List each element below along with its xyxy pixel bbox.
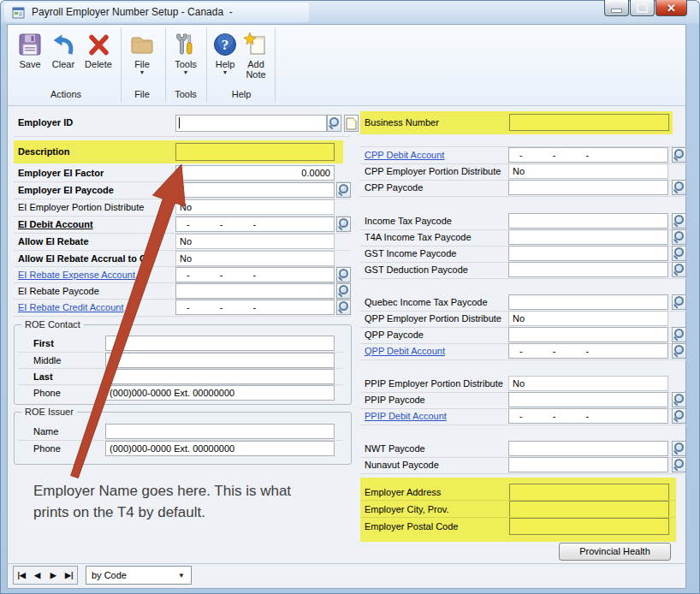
rebate-expense-lookup-button[interactable] [336, 267, 351, 282]
qpp-debit-account-link[interactable]: QPP Debit Account [365, 343, 445, 359]
employer-id-field[interactable] [175, 115, 327, 132]
cpp-paycode-field[interactable] [508, 180, 668, 195]
employer-address-field[interactable] [509, 484, 669, 501]
delete-button[interactable]: Delete [79, 32, 118, 69]
add-note-button[interactable]: AddNote [236, 32, 276, 80]
gst-deduction-lookup-button[interactable] [672, 262, 686, 277]
first-record-button[interactable]: |◀ [14, 567, 30, 584]
ppip-paycode-field[interactable] [508, 392, 668, 407]
qpp-debit-account-field[interactable]: - - - [508, 343, 668, 359]
qpp-portion-field[interactable]: No [508, 311, 668, 326]
roe-last-field[interactable] [105, 369, 335, 384]
cpp-debit-account-field[interactable]: - - - [508, 147, 668, 163]
gst-income-paycode-field[interactable] [508, 246, 668, 261]
ei-debit-lookup-button[interactable] [336, 217, 351, 232]
clear-label: Clear [44, 59, 83, 69]
rebate-credit-lookup-button[interactable] [336, 300, 351, 315]
ei-factor-field[interactable]: 0.0000 [175, 165, 335, 181]
employer-city-field[interactable] [509, 501, 669, 518]
nunavut-paycode-field[interactable] [508, 457, 668, 472]
ppip-debit-account-link[interactable]: PPIP Debit Account [365, 408, 447, 425]
lookup-icon [673, 215, 685, 226]
income-tax-lookup-button[interactable] [672, 213, 686, 229]
nunavut-paycode-lookup-button[interactable] [672, 457, 686, 472]
quebec-income-tax-lookup-button[interactable] [672, 294, 686, 310]
allow-rebate-accrual-label: Allow EI Rebate Accrual to G/L [18, 251, 155, 267]
cpp-paycode-lookup-button[interactable] [672, 180, 686, 195]
ppip-portion-field[interactable]: No [508, 376, 668, 391]
close-button[interactable]: ✕ [656, 0, 687, 16]
gst-income-lookup-button[interactable] [672, 246, 686, 261]
tools-menu-button[interactable]: Tools ▼ [166, 32, 205, 76]
employer-postal-field[interactable] [509, 518, 669, 535]
nwt-paycode-lookup-button[interactable] [672, 441, 686, 456]
note-page-icon [346, 117, 357, 130]
rebate-paycode-field[interactable] [175, 283, 335, 299]
rebate-credit-account-field[interactable]: - - - [175, 300, 335, 315]
clear-button[interactable]: Clear [44, 32, 83, 69]
business-number-field[interactable] [509, 114, 669, 131]
quebec-income-tax-field[interactable] [508, 294, 668, 310]
employer-id-lookup-button[interactable] [327, 115, 341, 132]
ppip-debit-account-field[interactable]: - - - [508, 408, 668, 424]
qpp-portion-label: QPP Employer Portion Distribute [365, 311, 501, 327]
close-icon: ✕ [667, 2, 676, 15]
cpp-debit-account-link[interactable]: CPP Debit Account [365, 147, 444, 163]
ei-paycode-field[interactable] [175, 182, 335, 198]
gst-deduction-paycode-label: GST Deduction Paycode [365, 262, 468, 278]
minimize-button[interactable] [604, 0, 629, 16]
maximize-button[interactable] [630, 0, 655, 16]
ei-paycode-label: Employer EI Paycode [18, 182, 114, 199]
qpp-paycode-lookup-button[interactable] [672, 327, 686, 342]
provincial-health-button[interactable]: Provincial Health [559, 543, 671, 561]
roe-first-field[interactable] [105, 336, 335, 351]
rebate-credit-account-link[interactable]: EI Rebate Credit Account [18, 300, 124, 316]
issuer-phone-field[interactable]: (000)000-0000 Ext. 00000000 [105, 441, 335, 456]
app-window: Payroll Employer Number Setup - Canada -… [0, 0, 700, 594]
ei-debit-account-link[interactable]: EI Debit Account [18, 217, 93, 233]
rebate-paycode-lookup-button[interactable] [336, 283, 351, 299]
lookup-icon [673, 181, 685, 193]
app-icon [12, 6, 26, 20]
lookup-icon [673, 247, 685, 258]
t4a-paycode-field[interactable] [508, 229, 668, 245]
next-record-button[interactable]: ▶ [45, 567, 62, 584]
quebec-income-tax-label: Quebec Income Tax Paycode [365, 294, 488, 311]
toolbar-separator [121, 27, 122, 103]
roe-middle-field[interactable] [105, 353, 335, 368]
allow-rebate-accrual-field[interactable]: No [175, 251, 335, 266]
ei-debit-account-field[interactable]: - - - [175, 217, 335, 232]
employer-address-label: Employer Address [365, 484, 441, 501]
ei-portion-field[interactable]: No [175, 199, 335, 215]
cpp-debit-lookup-button[interactable] [672, 147, 686, 163]
description-label: Description [18, 144, 70, 160]
previous-record-button[interactable]: ◀ [30, 567, 46, 584]
allow-rebate-field[interactable]: No [175, 234, 335, 249]
nwt-paycode-field[interactable] [508, 441, 668, 456]
employer-postal-label: Employer Postal Code [365, 519, 458, 535]
lookup-icon [338, 184, 349, 195]
sort-by-dropdown[interactable]: by Code ▼ [86, 566, 192, 585]
roe-contact-title: ROE Contact [21, 319, 84, 330]
last-record-button[interactable]: ▶| [62, 567, 78, 584]
description-field[interactable] [175, 143, 335, 161]
rebate-expense-account-field[interactable]: - - - [175, 267, 335, 282]
roe-phone-field[interactable]: (000)000-0000 Ext. 00000000 [105, 385, 335, 401]
income-tax-paycode-field[interactable] [508, 213, 668, 229]
ei-paycode-lookup-button[interactable] [336, 182, 351, 198]
cpp-paycode-label: CPP Paycode [365, 180, 423, 196]
ppip-paycode-lookup-button[interactable] [672, 392, 686, 407]
t4a-lookup-button[interactable] [672, 229, 686, 245]
lookup-icon [338, 301, 349, 312]
ppip-portion-label: PPIP Employer Portion Distribute [365, 376, 503, 392]
qpp-debit-lookup-button[interactable] [672, 343, 686, 359]
lookup-icon [329, 117, 340, 128]
file-menu-button[interactable]: File ▼ [122, 32, 162, 76]
qpp-paycode-field[interactable] [508, 327, 668, 342]
employer-id-note-button[interactable] [344, 115, 359, 132]
rebate-expense-account-link[interactable]: EI Rebate Expense Account [18, 267, 135, 283]
ppip-debit-lookup-button[interactable] [672, 408, 686, 424]
gst-deduction-paycode-field[interactable] [508, 262, 668, 277]
cpp-portion-field[interactable]: No [508, 163, 668, 179]
issuer-name-field[interactable] [105, 424, 335, 439]
